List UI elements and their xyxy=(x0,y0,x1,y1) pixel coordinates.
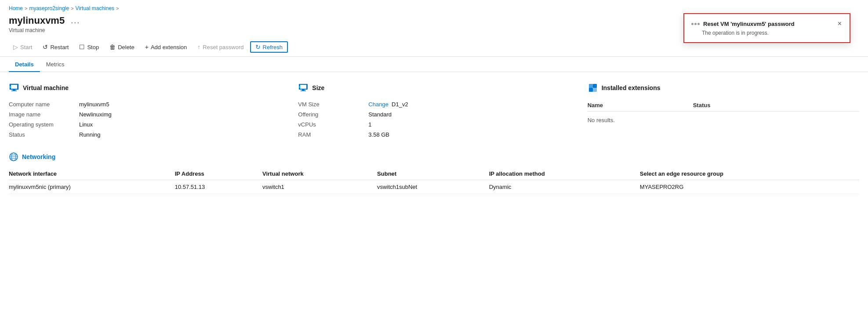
size-section-icon xyxy=(298,83,309,93)
notification-close-button[interactable]: × xyxy=(837,20,843,27)
ext-no-results: No results. xyxy=(588,112,859,129)
notification-spinner xyxy=(691,23,700,25)
add-extension-label: Add extension xyxy=(151,44,187,51)
net-row-1-vnet: vswitch1 xyxy=(262,180,377,194)
networking-table: Network interface IP Address Virtual net… xyxy=(9,168,859,194)
size-vcpus-label: vCPUs xyxy=(298,121,360,128)
delete-button[interactable]: 🗑 Delete xyxy=(105,41,139,53)
net-col-ip: IP Address xyxy=(175,168,262,180)
more-options-button[interactable]: ... xyxy=(68,15,83,26)
svg-rect-5 xyxy=(10,87,11,87)
svg-rect-2 xyxy=(11,85,17,89)
breadcrumb-myasepro2single[interactable]: myasepro2single xyxy=(29,5,69,11)
size-vmsize-text: D1_v2 xyxy=(392,101,408,108)
stop-icon: ☐ xyxy=(79,43,85,51)
vm-section-header: Virtual machine xyxy=(9,83,280,93)
svg-rect-12 xyxy=(593,84,597,88)
reset-password-icon: ↑ xyxy=(197,43,200,51)
reset-password-label: Reset password xyxy=(203,44,243,51)
ext-section-header: Installed extensions xyxy=(588,83,859,93)
size-vcpus-value: 1 xyxy=(368,121,371,128)
size-change-link[interactable]: Change xyxy=(368,101,389,108)
networking-section-header: Networking xyxy=(9,152,859,162)
svg-rect-7 xyxy=(300,85,306,89)
svg-rect-13 xyxy=(589,88,593,92)
refresh-button[interactable]: ↻ Refresh xyxy=(250,41,288,53)
svg-rect-9 xyxy=(301,90,306,91)
size-section: Size VM Size Change D1_v2 Offering Stand… xyxy=(298,83,570,140)
vm-section-icon xyxy=(9,83,19,93)
vm-computer-name-label: Computer name xyxy=(9,101,70,108)
size-offering-value: Standard xyxy=(368,111,392,118)
svg-rect-14 xyxy=(593,88,597,92)
net-col-ipm: IP allocation method xyxy=(489,168,640,180)
vm-os-value: Linux xyxy=(79,121,93,128)
net-row-1: mylinuxvm5nic (primary) 10.57.51.13 vswi… xyxy=(9,180,859,194)
svg-rect-8 xyxy=(302,90,305,90)
size-vmsize-row: VM Size Change D1_v2 xyxy=(298,99,570,109)
svg-rect-3 xyxy=(13,90,15,90)
ext-table-header: Name Status xyxy=(588,99,859,112)
vm-status-value: Running xyxy=(79,131,100,138)
net-col-vnet: Virtual network xyxy=(262,168,377,180)
ext-section-title: Installed extensions xyxy=(602,84,661,91)
networking-table-body: mylinuxvm5nic (primary) 10.57.51.13 vswi… xyxy=(9,180,859,194)
refresh-icon: ↻ xyxy=(255,43,261,51)
size-detail-table: VM Size Change D1_v2 Offering Standard v… xyxy=(298,99,570,140)
networking-table-header: Network interface IP Address Virtual net… xyxy=(9,168,859,180)
net-row-1-subnet: vswitch1subNet xyxy=(377,180,489,194)
size-ram-row: RAM 3.58 GB xyxy=(298,130,570,140)
start-button[interactable]: ▷ Start xyxy=(9,41,36,53)
breadcrumb-sep-1: > xyxy=(25,6,27,11)
breadcrumb-sep-3: > xyxy=(116,6,119,11)
size-ram-label: RAM xyxy=(298,131,360,138)
size-section-title: Size xyxy=(312,84,324,91)
net-row-1-edge: MYASEPRO2RG xyxy=(640,180,859,194)
delete-icon: 🗑 xyxy=(109,43,116,51)
networking-section-title[interactable]: Networking xyxy=(22,153,55,160)
restart-label: Restart xyxy=(50,44,69,51)
svg-rect-4 xyxy=(11,90,17,91)
vm-detail-table: Computer name mylinuxvm5 Image name Newl… xyxy=(9,99,280,140)
extensions-icon xyxy=(588,83,598,93)
size-vmsize-value: Change D1_v2 xyxy=(368,101,408,108)
tab-details[interactable]: Details xyxy=(9,57,40,72)
vm-status-row: Status Running xyxy=(9,130,280,140)
notification-title: Reset VM 'mylinuxvm5' password xyxy=(703,21,795,27)
notification-popup: Reset VM 'mylinuxvm5' password × The ope… xyxy=(683,13,850,43)
restart-button[interactable]: ↺ Restart xyxy=(38,41,73,53)
ext-col-status-header: Status xyxy=(693,102,746,108)
tab-metrics[interactable]: Metrics xyxy=(40,57,71,72)
net-row-1-interface: mylinuxvm5nic (primary) xyxy=(9,180,175,194)
vm-image-name-row: Image name Newlinuximg xyxy=(9,109,280,119)
svg-rect-10 xyxy=(299,87,300,87)
vm-image-name-value: Newlinuximg xyxy=(79,111,112,118)
size-ram-value: 3.58 GB xyxy=(368,131,389,138)
ext-col-name-header: Name xyxy=(588,102,676,108)
content-area: Virtual machine Computer name mylinuxvm5… xyxy=(0,72,868,205)
add-extension-button[interactable]: + Add extension xyxy=(141,41,192,53)
restart-icon: ↺ xyxy=(43,43,48,51)
stop-button[interactable]: ☐ Stop xyxy=(75,41,103,53)
svg-rect-11 xyxy=(589,84,593,88)
reset-password-button[interactable]: ↑ Reset password xyxy=(193,41,248,53)
notification-header: Reset VM 'mylinuxvm5' password × xyxy=(691,20,843,27)
notification-body: The operation is in progress. xyxy=(691,30,843,36)
stop-label: Stop xyxy=(87,44,99,51)
net-row-1-ipm: Dynamic xyxy=(489,180,640,194)
breadcrumb-sep-2: > xyxy=(71,6,73,11)
start-icon: ▷ xyxy=(13,43,18,51)
monitor-icon xyxy=(9,83,19,93)
vm-computer-name-value: mylinuxvm5 xyxy=(79,101,109,108)
vm-os-row: Operating system Linux xyxy=(9,119,280,130)
notification-title-row: Reset VM 'mylinuxvm5' password xyxy=(691,21,795,27)
breadcrumb-virtual-machines[interactable]: Virtual machines xyxy=(76,5,115,11)
spinner-dot-2 xyxy=(694,23,697,25)
breadcrumb-home[interactable]: Home xyxy=(9,5,23,11)
net-col-edge: Select an edge resource group xyxy=(640,168,859,180)
ext-table: Name Status No results. xyxy=(588,99,859,129)
networking-section: Networking Network interface IP Address … xyxy=(9,152,859,194)
networking-section-icon xyxy=(9,152,18,162)
net-row-1-ip: 10.57.51.13 xyxy=(175,180,262,194)
spinner-dot-1 xyxy=(691,23,694,25)
